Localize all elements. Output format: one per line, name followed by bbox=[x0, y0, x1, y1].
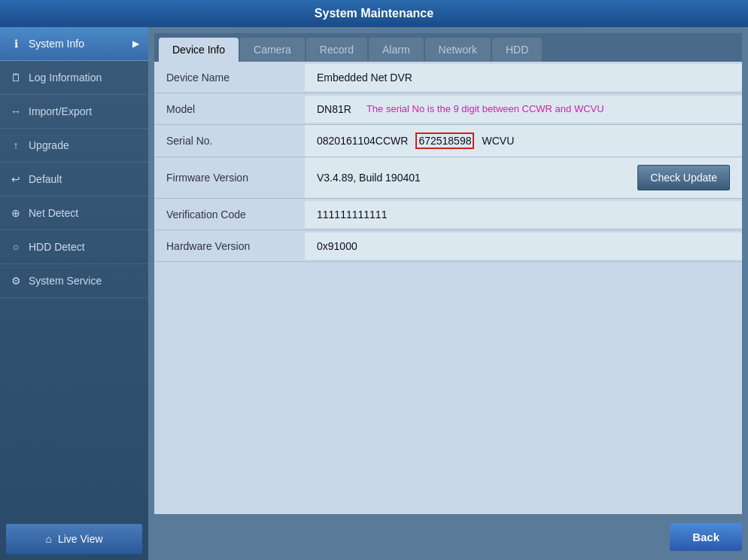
sidebar-item-net-detect[interactable]: ⊕ Net Detect bbox=[0, 196, 148, 230]
label-serial-no: Serial No. bbox=[154, 127, 305, 154]
sidebar: ℹ System Info ▶ 🗒 Log Information ↔ Impo… bbox=[0, 27, 148, 560]
sidebar-item-system-service[interactable]: ⚙ System Service bbox=[0, 264, 148, 298]
sidebar-item-hdd-detect[interactable]: ○ HDD Detect bbox=[0, 230, 148, 264]
info-panel: Device Name Embedded Net DVR Model DN81R… bbox=[154, 62, 742, 514]
back-button[interactable]: Back bbox=[670, 523, 742, 551]
bottom-bar: Back bbox=[154, 520, 742, 554]
row-verification-code: Verification Code 111111111111 bbox=[154, 199, 742, 230]
label-model: Model bbox=[154, 96, 305, 123]
value-device-name: Embedded Net DVR bbox=[305, 64, 742, 91]
main-layout: ℹ System Info ▶ 🗒 Log Information ↔ Impo… bbox=[0, 27, 748, 560]
sidebar-item-label: HDD Detect bbox=[29, 241, 85, 253]
import-export-icon: ↔ bbox=[9, 105, 23, 117]
live-view-label: Live View bbox=[58, 533, 103, 545]
sidebar-item-default[interactable]: ↩ Default bbox=[0, 163, 148, 196]
value-serial-no: 0820161104CCWR672518598WCVU bbox=[305, 125, 742, 157]
label-firmware-version: Firmware Version bbox=[154, 164, 305, 191]
content-area: Device Info Camera Record Alarm Network … bbox=[148, 27, 748, 560]
system-service-icon: ⚙ bbox=[9, 275, 23, 287]
row-device-name: Device Name Embedded Net DVR bbox=[154, 62, 742, 93]
title-bar: System Maintenance bbox=[0, 0, 748, 27]
value-model: DN81R The serial No is the 9 digit betwe… bbox=[305, 96, 742, 123]
label-verification-code: Verification Code bbox=[154, 201, 305, 228]
value-firmware-version: V3.4.89, Build 190401 Check Update bbox=[305, 157, 742, 198]
sidebar-item-label: System Service bbox=[29, 275, 102, 287]
sidebar-item-label: Import/Export bbox=[29, 105, 92, 117]
tab-hdd[interactable]: HDD bbox=[492, 38, 542, 62]
sidebar-item-label: Log Information bbox=[29, 72, 102, 84]
arrow-icon: ▶ bbox=[132, 38, 139, 49]
tab-network[interactable]: Network bbox=[425, 38, 491, 62]
tab-camera[interactable]: Camera bbox=[240, 38, 305, 62]
label-device-name: Device Name bbox=[154, 64, 305, 91]
sidebar-bottom: ⌂ Live View bbox=[0, 518, 148, 560]
label-hardware-version: Hardware Version bbox=[154, 233, 305, 260]
upgrade-icon: ↑ bbox=[9, 139, 23, 151]
serial-hint: The serial No is the 9 digit between CCW… bbox=[366, 103, 604, 114]
window-title: System Maintenance bbox=[315, 7, 433, 20]
value-hardware-version: 0x91000 bbox=[305, 233, 742, 260]
sidebar-item-system-info[interactable]: ℹ System Info ▶ bbox=[0, 27, 148, 61]
tab-alarm[interactable]: Alarm bbox=[369, 38, 424, 62]
row-firmware-version: Firmware Version V3.4.89, Build 190401 C… bbox=[154, 157, 742, 199]
default-icon: ↩ bbox=[9, 173, 23, 185]
row-serial-no: Serial No. 0820161104CCWR672518598WCVU bbox=[154, 125, 742, 157]
value-verification-code: 111111111111 bbox=[305, 201, 742, 228]
serial-suffix: WCVU bbox=[482, 135, 514, 147]
tab-device-info[interactable]: Device Info bbox=[159, 38, 239, 62]
sidebar-item-label: Upgrade bbox=[29, 139, 69, 151]
row-model: Model DN81R The serial No is the 9 digit… bbox=[154, 93, 742, 125]
sidebar-item-label: Net Detect bbox=[29, 207, 78, 219]
sidebar-item-import-export[interactable]: ↔ Import/Export bbox=[0, 95, 148, 129]
tab-record[interactable]: Record bbox=[306, 38, 367, 62]
serial-prefix: 0820161104CCWR bbox=[317, 135, 408, 147]
tab-bar: Device Info Camera Record Alarm Network … bbox=[154, 33, 742, 62]
serial-highlighted: 672518598 bbox=[415, 132, 474, 149]
live-view-button[interactable]: ⌂ Live View bbox=[6, 524, 142, 554]
hdd-detect-icon: ○ bbox=[9, 241, 23, 253]
log-icon: 🗒 bbox=[9, 72, 23, 84]
net-detect-icon: ⊕ bbox=[9, 207, 23, 219]
sidebar-item-label: Default bbox=[29, 173, 62, 185]
sidebar-item-log-information[interactable]: 🗒 Log Information bbox=[0, 61, 148, 95]
sidebar-item-label: System Info bbox=[29, 38, 84, 50]
live-view-icon: ⌂ bbox=[45, 533, 51, 545]
system-info-icon: ℹ bbox=[9, 38, 23, 50]
sidebar-item-upgrade[interactable]: ↑ Upgrade bbox=[0, 129, 148, 163]
check-update-button[interactable]: Check Update bbox=[637, 165, 730, 190]
row-hardware-version: Hardware Version 0x91000 bbox=[154, 230, 742, 262]
